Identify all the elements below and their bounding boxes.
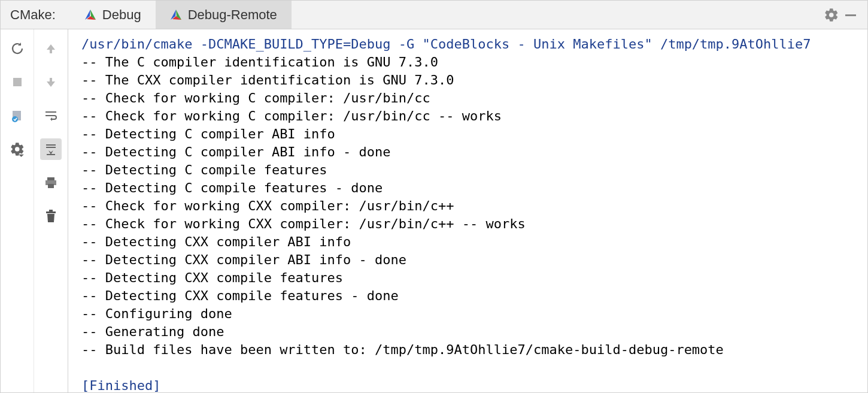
toolwindow-title: CMake: [10, 7, 56, 23]
down-arrow-button[interactable] [40, 71, 62, 93]
console-status: [Finished] [81, 378, 160, 392]
stop-button[interactable] [7, 71, 28, 93]
scroll-to-end-button[interactable] [40, 138, 62, 160]
console-line: -- Configuring done [81, 306, 232, 321]
console-line: -- Check for working CXX compiler: /usr/… [81, 216, 526, 231]
console-line: -- Check for working CXX compiler: /usr/… [81, 198, 454, 213]
console-line: -- Detecting CXX compile features [81, 270, 343, 285]
cmake-toolwindow-header: CMake: Debug Debug-Remote [1, 1, 867, 29]
console-line: -- The CXX compiler identification is GN… [81, 72, 454, 87]
svg-rect-16 [47, 177, 54, 180]
svg-marker-11 [19, 155, 24, 157]
svg-rect-19 [46, 211, 56, 213]
console-line: -- The C compiler identification is GNU … [81, 55, 438, 69]
tab-debug-remote[interactable]: Debug-Remote [156, 1, 292, 29]
console-line: -- Check for working C compiler: /usr/bi… [81, 108, 502, 123]
console-line: -- Detecting CXX compiler ABI info [81, 234, 351, 249]
console-line: -- Generating done [81, 324, 224, 339]
cmake-sidebar [1, 29, 68, 392]
print-button[interactable] [40, 172, 62, 194]
console-line: -- Detecting C compiler ABI info - done [81, 144, 391, 159]
console-line: -- Detecting CXX compiler ABI info - don… [81, 252, 406, 267]
console-line: -- Detecting C compile features [81, 162, 327, 177]
tab-debug[interactable]: Debug [70, 1, 156, 29]
cmake-icon [84, 9, 96, 21]
cmake-console-output[interactable]: /usr/bin/cmake -DCMAKE_BUILD_TYPE=Debug … [68, 29, 867, 392]
reload-button[interactable] [7, 38, 28, 59]
up-arrow-button[interactable] [40, 38, 62, 59]
cmake-settings-button[interactable] [7, 138, 28, 160]
console-line: -- Detecting C compile features - done [81, 180, 383, 195]
build-icon[interactable] [7, 105, 28, 126]
svg-rect-7 [845, 14, 856, 16]
minimize-icon[interactable] [841, 5, 860, 25]
console-line: -- Detecting C compiler ABI info [81, 126, 335, 141]
tab-label: Debug-Remote [188, 7, 277, 23]
console-command-line: /usr/bin/cmake -DCMAKE_BUILD_TYPE=Debug … [81, 37, 811, 52]
svg-point-10 [12, 116, 18, 122]
svg-rect-8 [13, 78, 22, 86]
svg-rect-20 [49, 210, 53, 211]
svg-rect-18 [48, 184, 54, 188]
soft-wrap-button[interactable] [40, 105, 62, 126]
tab-label: Debug [102, 7, 141, 23]
console-line: -- Build files have been written to: /tm… [81, 342, 724, 357]
console-line: -- Check for working C compiler: /usr/bi… [81, 90, 430, 105]
console-line: -- Detecting CXX compile features - done [81, 288, 399, 303]
settings-icon[interactable] [822, 5, 841, 25]
clear-button[interactable] [40, 205, 62, 227]
cmake-icon [170, 9, 182, 21]
